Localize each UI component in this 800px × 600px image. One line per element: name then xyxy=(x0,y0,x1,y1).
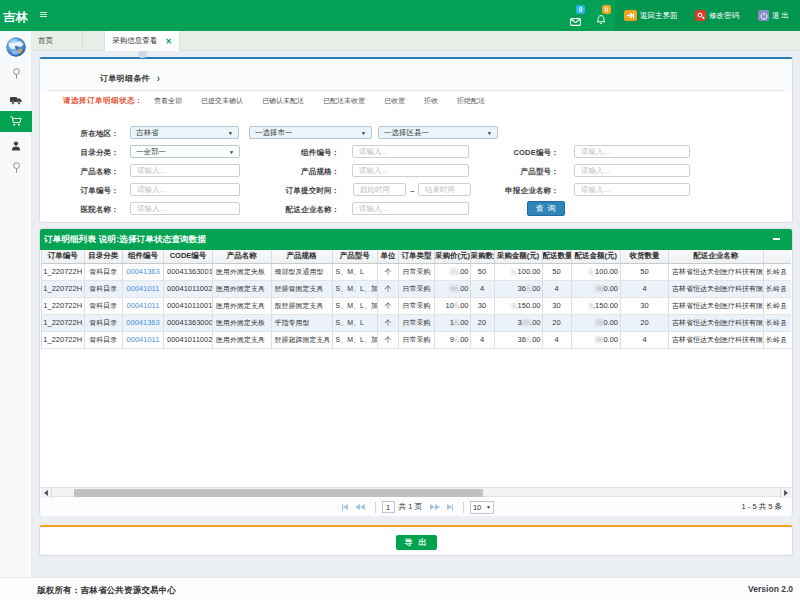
conditions-title: 订单明细条件 xyxy=(100,73,150,84)
status-link-submitted[interactable]: 已提交未确认 xyxy=(201,96,243,106)
component-no-link[interactable]: 00041363 xyxy=(126,264,159,280)
tab-procurement-info[interactable]: 采购信息查看 ✕ xyxy=(104,31,180,51)
tab-close-icon[interactable]: ✕ xyxy=(165,37,172,46)
column-header[interactable]: 产品型号 xyxy=(332,250,378,263)
sidebar-item-user[interactable] xyxy=(0,135,32,156)
table-cell: S、M、L xyxy=(332,263,378,280)
table-cell[interactable]: 00041011 xyxy=(123,331,164,348)
table-row[interactable]: 1_220722H骨科目录00041363000413630000医用外固定夹板… xyxy=(42,314,792,331)
logout-button[interactable]: 退 出 xyxy=(758,0,789,31)
table-cell: 20 xyxy=(470,314,494,331)
table-cell: 吉林省恒达天创医疗科技有限公司 xyxy=(669,280,764,297)
chevron-right-icon: › xyxy=(157,72,161,84)
location-pin-icon xyxy=(12,162,21,174)
input-product-model[interactable] xyxy=(574,164,690,177)
notifications-badge: 0 xyxy=(602,5,611,14)
input-component-no[interactable] xyxy=(352,145,469,158)
table-row[interactable]: 1_220722H骨科目录00041363000413630010医用外固定夹板… xyxy=(42,263,792,280)
input-product-spec[interactable] xyxy=(352,164,469,177)
input-date-end[interactable] xyxy=(418,183,471,196)
pager-prev-icon[interactable] xyxy=(355,504,365,510)
export-button[interactable]: 导 出 xyxy=(396,535,437,550)
input-code-no[interactable] xyxy=(574,145,690,158)
column-header[interactable]: CODE编号 xyxy=(164,250,213,263)
sidebar-item-location[interactable] xyxy=(0,158,32,179)
scroll-left-arrow-icon[interactable] xyxy=(41,488,52,498)
pager-page-input[interactable] xyxy=(382,501,395,513)
table-row[interactable]: 1_220722H骨科目录00041011000410110020医用外固定支具… xyxy=(42,331,792,348)
column-header[interactable]: 采购价(元) xyxy=(435,250,471,263)
user-icon xyxy=(11,141,21,151)
tab-home[interactable]: 首页 xyxy=(32,31,83,51)
scroll-right-arrow-icon[interactable] xyxy=(780,488,791,498)
table-cell[interactable]: 00041011 xyxy=(123,297,164,314)
column-header[interactable]: 组件编号 xyxy=(123,250,164,263)
column-header[interactable]: 产品规格 xyxy=(271,250,332,263)
status-link-all[interactable]: 查看全部 xyxy=(154,96,182,106)
status-link-rejected[interactable]: 拒收 xyxy=(424,96,438,106)
pager-next-icon[interactable] xyxy=(430,504,440,510)
table-cell: 000413630000 xyxy=(164,314,213,331)
status-link-received[interactable]: 已收货 xyxy=(384,96,405,106)
component-no-link[interactable]: 00041011 xyxy=(127,332,160,348)
sidebar-item-purchase[interactable] xyxy=(0,111,32,132)
select-province[interactable]: 吉林省▼ xyxy=(130,126,239,139)
change-password-label: 修改密码 xyxy=(709,11,739,21)
column-header[interactable]: 单位 xyxy=(378,250,399,263)
sidebar-item-delivery[interactable] xyxy=(0,90,32,111)
return-main-button[interactable]: 返回主界面 xyxy=(624,0,678,31)
table-cell[interactable]: 00041363 xyxy=(123,314,164,331)
column-header[interactable]: 采购金额(元) xyxy=(494,250,542,263)
top-bar: 吉林 0 0 返回主界面 修改密码 退 出 xyxy=(0,0,800,31)
scrollbar-thumb[interactable] xyxy=(74,489,483,497)
pager-page-size-select[interactable]: 10 ▼ xyxy=(470,501,494,514)
horizontal-scrollbar[interactable] xyxy=(41,487,791,497)
menu-toggle-icon[interactable] xyxy=(40,12,47,19)
status-link-refused[interactable]: 拒绝配送 xyxy=(457,96,485,106)
component-no-link[interactable]: 00041363 xyxy=(126,315,159,331)
table-cell[interactable]: 00041363 xyxy=(123,263,164,280)
sidebar-item-map[interactable] xyxy=(0,64,32,85)
table-cell: 日常采购 xyxy=(399,314,435,331)
table-cell: 000410110020 xyxy=(164,280,213,297)
table-cell: 20 xyxy=(542,314,571,331)
collapse-icon[interactable] xyxy=(773,238,780,240)
pager-last-icon[interactable] xyxy=(447,504,454,511)
input-delivery-company[interactable] xyxy=(352,202,469,215)
component-no-link[interactable]: 00041011 xyxy=(127,281,160,297)
query-button[interactable]: 查 询 xyxy=(527,201,565,216)
order-conditions-panel: 订单明细条件 › 请选择订单明细状态： 查看全部 已提交未确认 已确认未配送 已… xyxy=(39,57,793,223)
column-header[interactable]: 订单编号 xyxy=(42,250,85,263)
table-row[interactable]: 1_220722H骨科目录00041011000410110010医用外固定支具… xyxy=(42,297,792,314)
pager-first-icon[interactable] xyxy=(342,504,349,511)
table-cell: S、M、L、加长 xyxy=(332,280,378,297)
select-city[interactable]: 一选择市一▼ xyxy=(249,126,372,139)
column-header[interactable]: 收货数量 xyxy=(621,250,669,263)
input-order-no[interactable] xyxy=(130,183,240,196)
table-cell[interactable]: 00041011 xyxy=(123,280,164,297)
input-declare-company[interactable] xyxy=(574,183,690,196)
change-password-button[interactable]: 修改密码 xyxy=(695,0,739,31)
select-county[interactable]: 一选择区县一▼ xyxy=(378,126,498,139)
component-no-link[interactable]: 00041011 xyxy=(127,298,160,314)
input-product-name[interactable] xyxy=(130,164,240,177)
column-header[interactable]: 采购数量 xyxy=(470,250,494,263)
column-header[interactable]: 目录分类 xyxy=(84,250,123,263)
input-hospital[interactable] xyxy=(130,202,240,215)
column-header[interactable]: 配送企业名称 xyxy=(669,250,764,263)
input-date-start[interactable] xyxy=(353,183,406,196)
column-header[interactable]: 配送数量 xyxy=(542,250,571,263)
column-header[interactable]: 订单类型 xyxy=(399,250,435,263)
column-header[interactable]: 产品名称 xyxy=(213,250,272,263)
table-cell: 个 xyxy=(378,331,399,348)
column-header[interactable]: 配送金额(元) xyxy=(571,250,621,263)
status-link-delivered[interactable]: 已配送未收货 xyxy=(323,96,365,106)
column-header[interactable] xyxy=(763,250,791,263)
conditions-section-header[interactable]: 订单明细条件 › xyxy=(100,73,160,84)
status-link-confirmed[interactable]: 已确认未配送 xyxy=(262,96,304,106)
table-cell: S、M、L、加长 xyxy=(332,331,378,348)
select-catalog[interactable]: 一全部一▼ xyxy=(130,145,240,158)
table-row[interactable]: 1_220722H骨科目录00041011000410110020医用外固定支具… xyxy=(42,280,792,297)
avatar[interactable] xyxy=(6,37,26,57)
messages-icon[interactable] xyxy=(570,12,581,30)
